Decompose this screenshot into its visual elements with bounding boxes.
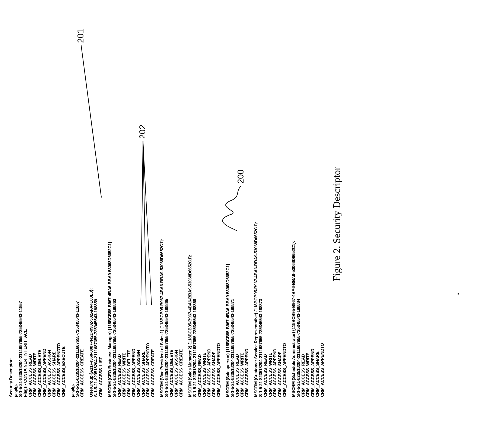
entry-line: CRM_ACCESS_CREATE — [150, 21, 155, 397]
entry-line: CRM_ACCESS_APPEND — [42, 21, 47, 397]
entry-line: CRM_ACCESS_ASSIGN — [174, 21, 179, 397]
entry-line: CRM_ACCESS_APPEND — [207, 21, 211, 397]
entry-line: CRM_ACCESS_SHARE — [141, 21, 146, 397]
entry-line: CRM_ACCESS_SHARE — [278, 21, 282, 397]
entry-line: CRM_ACCESS_WRITE — [202, 21, 207, 397]
title: Security Descriptor: — [9, 21, 13, 397]
entry-header: MSCRM (Vice President of Sales 1) {118BC… — [159, 21, 164, 397]
entry-line: CRM_ACCESS_CREATE — [80, 21, 84, 397]
entry-block: MSCRM (Schedule Administrator) {118BCB95… — [291, 21, 325, 397]
entry-line: CRM_ACCESS_SHARE — [52, 21, 56, 397]
entry-block: MSCRM (Customer Service Representative) … — [254, 21, 287, 397]
entry-line: CRM_ACCESS_SHARE — [212, 21, 216, 397]
entry-line: CRM_ACCESS_ASSIGN — [136, 21, 141, 397]
entry-line: S-1-5-21-823518204-2111687655-725345543-… — [75, 21, 80, 397]
entry-line: CRM_ACCESS_READ — [301, 21, 305, 397]
entry-line: CRM_ACCESS_DELETE — [169, 21, 174, 397]
entry-line: CRM_ACCESS_CREATE — [179, 21, 183, 397]
entry-line: CRM_ACCESS_READ — [28, 21, 33, 397]
entry-line: CRM_ACCESS_READ — [117, 21, 122, 397]
entry-line: CRM_ACCESS_DELETE — [127, 21, 131, 397]
entry-block: MSCRM (Salesperson) {118BCB95-B967-4BA6-… — [225, 21, 249, 397]
entry-line: S-1-5-21-823518204-2111687655-725345543-… — [230, 21, 235, 397]
security-descriptor-text: Security Descriptor: jasjitg:S-1-5-21-82… — [0, 0, 325, 448]
entry-line: CRM_ACCESS_APPEND — [310, 21, 315, 397]
entry-line: CRM_ACCESS_SHARE — [315, 21, 320, 397]
entry-block: MSCRM (CEO-Business Manager) {118BCB95-B… — [107, 21, 155, 397]
entry-line: CRM_ACCESS_APPENDTO — [320, 21, 325, 397]
entry-line: S-1-5-21-823518204-2111687655-725345543-… — [112, 21, 117, 397]
entry-line: CRM_ACCESS_APPEND — [244, 21, 249, 397]
entry-line: CRM_ACCESS_READ — [235, 21, 239, 397]
entry-header: jasjitg: — [13, 21, 18, 397]
entry-line: CRM_ACCESS_DELETE — [37, 21, 42, 397]
entry-header: MSCRM (Schedule Administrator) {118BCB95… — [291, 21, 296, 397]
entry-line: CRM_ACCESS_APPENDTO — [216, 21, 221, 397]
entry-line: CRM_ACCESS_APPENDTO — [282, 21, 287, 397]
entry-line: CRM_ACCESS_EXECUTE — [61, 21, 66, 397]
entry-line: S-1-5-21-823518204-2111687655-725345543-… — [296, 21, 301, 397]
rotated-content: Security Descriptor: jasjitg:S-1-5-21-82… — [0, 0, 493, 448]
entry-line: CRM_ACCESS_WRITE — [122, 21, 126, 397]
entry-line: CRM_ACCESS_LIST — [98, 21, 103, 397]
entry-line: S-1-5-21-823518204-2111687655-725345543-… — [18, 21, 23, 397]
entry-line: CRM_ACCESS_APPEND — [272, 21, 277, 397]
entry-line: CRM_ACCESS_WRITE — [240, 21, 244, 397]
entry-block: jasjitg:S-1-5-21-823518204-2111687655-72… — [13, 21, 66, 397]
stray-dot — [458, 293, 459, 294]
entry-header: MSCRM (Customer Service Representative) … — [254, 21, 258, 397]
figure-caption: Figure 2. Security Descriptor — [331, 0, 342, 448]
entry-line: CRM_ACCESS_WRITE — [305, 21, 310, 397]
entry-line: CRM_ACCESS_APPEND — [131, 21, 136, 397]
entry-block: MSCRM (Sales Manager 2) {118BCB95-B967-4… — [188, 21, 221, 397]
entry-block: jasjitg:S-1-5-21-823518204-2111687655-72… — [70, 21, 85, 397]
entry-line: S-1-5-21-823518204-2111687655-725345543-… — [192, 21, 197, 397]
entry-header: UserGroup {A11F4360-8087-442D-9902-582AF… — [89, 21, 93, 397]
entry-line: CRM_ACCESS_APPENDTO — [146, 21, 150, 397]
entries-container: jasjitg:S-1-5-21-823518204-2111687655-72… — [13, 21, 325, 397]
page: Security Descriptor: jasjitg:S-1-5-21-82… — [0, 0, 493, 448]
entry-line: Flags - CONTAINER_INHERIT_ACE — [23, 21, 28, 397]
entry-header: MSCRM (Salesperson) {118BCB95-B967-4BA6-… — [225, 21, 230, 397]
entry-block: MSCRM (Vice President of Sales 1) {118BC… — [159, 21, 183, 397]
entry-header: jasjitg: — [70, 21, 75, 397]
entry-line: CRM_ACCESS_READ — [197, 21, 202, 397]
entry-header: MSCRM (CEO-Business Manager) {118BCB95-B… — [107, 21, 112, 397]
entry-block: UserGroup {A11F4360-8087-442D-9902-582AF… — [89, 21, 103, 397]
entry-line: CRM_ACCESS_WRITE — [33, 21, 37, 397]
entry-line: CRM_ACCESS_WRITE — [268, 21, 272, 397]
entry-line: S-1-5-21-823518204-2111687655-725345543-… — [258, 21, 263, 397]
entry-line: S-1-5-21-823518204-2111687655-725345543-… — [164, 21, 169, 397]
entry-header: MSCRM (Sales Manager 2) {118BCB95-B967-4… — [188, 21, 192, 397]
entry-line: S-1-5-21-823518204-2111687655-725345543-… — [93, 21, 98, 397]
entry-line: CRM_ACCESS_APPENDTO — [56, 21, 61, 397]
entry-line: CRM_ACCESS_ASSIGN — [47, 21, 51, 397]
entry-line: CRM_ACCESS_READ — [263, 21, 268, 397]
